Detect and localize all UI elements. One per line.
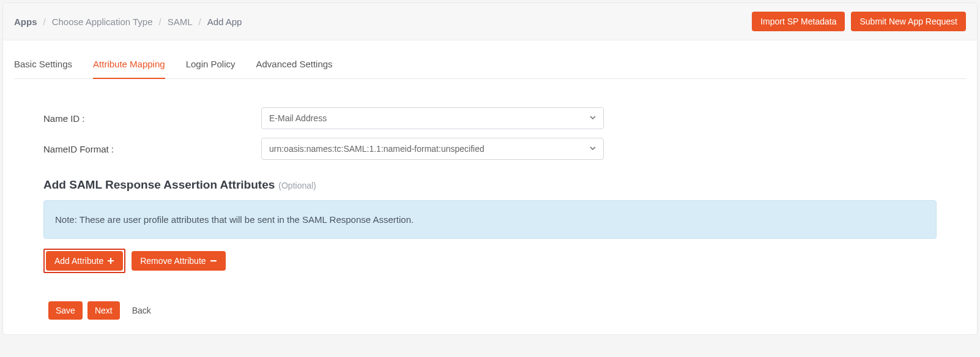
add-attribute-label: Add Attribute bbox=[54, 256, 103, 266]
header-actions: Import SP Metadata Submit New App Reques… bbox=[752, 12, 966, 31]
tab-attribute-mapping[interactable]: Attribute Mapping bbox=[93, 53, 165, 79]
breadcrumb-separator: / bbox=[43, 17, 46, 27]
tab-advanced-settings[interactable]: Advanced Settings bbox=[256, 53, 333, 79]
tabs: Basic Settings Attribute Mapping Login P… bbox=[14, 53, 966, 79]
footer-actions: Save Next Back bbox=[43, 301, 937, 320]
header-bar: Apps / Choose Application Type / SAML / … bbox=[3, 3, 977, 40]
tab-login-policy[interactable]: Login Policy bbox=[186, 53, 236, 79]
minus-icon bbox=[210, 257, 217, 265]
breadcrumb-separator: / bbox=[159, 17, 161, 27]
submit-new-app-button[interactable]: Submit New App Request bbox=[851, 12, 966, 31]
breadcrumb-add-app: Add App bbox=[207, 17, 242, 27]
breadcrumb-separator: / bbox=[199, 17, 201, 27]
breadcrumb-choose-type[interactable]: Choose Application Type bbox=[52, 17, 153, 27]
name-id-row: Name ID : E-Mail Address bbox=[43, 107, 937, 129]
add-attribute-highlight: Add Attribute bbox=[43, 249, 125, 273]
back-button[interactable]: Back bbox=[125, 301, 158, 320]
name-id-select[interactable]: E-Mail Address bbox=[261, 107, 604, 129]
breadcrumb-saml[interactable]: SAML bbox=[168, 17, 193, 27]
nameid-format-select[interactable]: urn:oasis:names:tc:SAML:1.1:nameid-forma… bbox=[261, 138, 604, 160]
save-button[interactable]: Save bbox=[48, 301, 83, 320]
breadcrumb: Apps / Choose Application Type / SAML / … bbox=[14, 17, 242, 27]
section-title: Add SAML Response Assertion Attributes (… bbox=[43, 178, 937, 192]
plus-icon bbox=[107, 257, 114, 265]
section-optional: (Optional) bbox=[278, 181, 316, 190]
import-sp-metadata-button[interactable]: Import SP Metadata bbox=[752, 12, 845, 31]
add-attribute-button[interactable]: Add Attribute bbox=[46, 251, 123, 271]
breadcrumb-apps[interactable]: Apps bbox=[14, 17, 37, 27]
nameid-format-row: NameID Format : urn:oasis:names:tc:SAML:… bbox=[43, 138, 937, 160]
remove-attribute-label: Remove Attribute bbox=[140, 256, 206, 266]
name-id-label: Name ID : bbox=[43, 113, 261, 124]
tab-basic-settings[interactable]: Basic Settings bbox=[14, 53, 72, 79]
nameid-format-label: NameID Format : bbox=[43, 144, 261, 154]
next-button[interactable]: Next bbox=[87, 301, 120, 320]
remove-attribute-button[interactable]: Remove Attribute bbox=[132, 251, 225, 271]
info-note: Note: These are user profile attributes … bbox=[43, 200, 937, 239]
attribute-buttons: Add Attribute Remove Attribute bbox=[43, 249, 937, 273]
section-title-text: Add SAML Response Assertion Attributes bbox=[43, 178, 275, 192]
